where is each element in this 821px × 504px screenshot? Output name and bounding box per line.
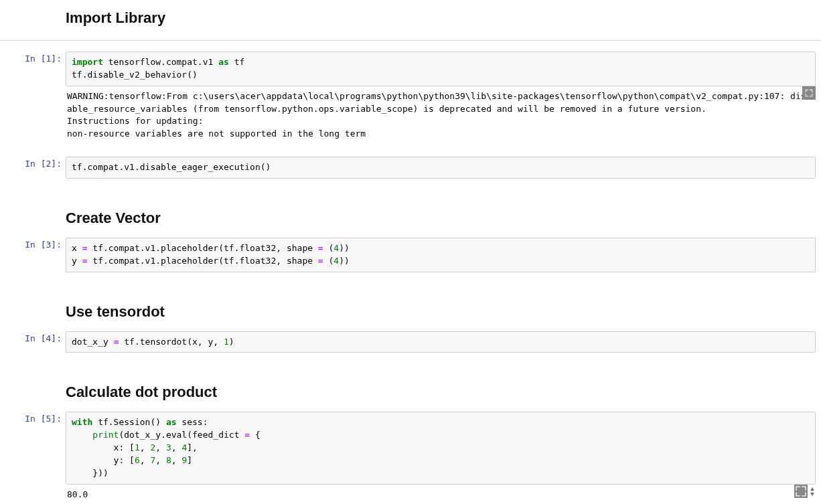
code-input-4[interactable]: dot_x_y = tf.tensordot(x, y, 1) — [66, 331, 816, 353]
prompt-in-5: In [5]: — [0, 410, 66, 504]
expand-output-icon[interactable] — [794, 485, 808, 498]
output-scroll-widget[interactable]: ▲▼ — [794, 485, 816, 498]
markdown-cell: Use tensordot — [0, 294, 821, 330]
heading-import-library: Import Library — [66, 9, 816, 27]
prompt-in-1: In [1]: — [0, 50, 66, 146]
code-input-3[interactable]: x = tf.compat.v1.placeholder(tf.float32,… — [66, 238, 816, 272]
prompt-in-3: In [3]: — [0, 236, 66, 274]
code-input-2[interactable]: tf.compat.v1.disable_eager_execution() — [66, 157, 816, 179]
notebook: Import Library In [1]: import tensorflow… — [0, 0, 821, 504]
markdown-cell: Create Vector — [0, 200, 821, 236]
keyword-import: import — [72, 57, 103, 67]
prompt-in-4: In [4]: — [0, 330, 66, 355]
output-1: WARNING:tensorflow:From c:\users\acer\ap… — [66, 86, 816, 145]
output-text-5: 80.0 — [67, 489, 88, 499]
code-input-1[interactable]: import tensorflow.compat.v1 as tf tf.dis… — [66, 52, 816, 86]
markdown-cell: Import Library — [0, 0, 821, 36]
code-cell-1: In [1]: import tensorflow.compat.v1 as t… — [0, 50, 821, 146]
updown-arrows-icon[interactable]: ▲▼ — [808, 486, 816, 497]
heading-use-tensordot: Use tensordot — [66, 303, 816, 321]
expand-output-icon[interactable] — [802, 86, 816, 100]
code-cell-5: In [5]: with tf.Session() as sess: print… — [0, 410, 821, 504]
code-cell-4: In [4]: dot_x_y = tf.tensordot(x, y, 1) — [0, 330, 821, 355]
code-cell-3: In [3]: x = tf.compat.v1.placeholder(tf.… — [0, 236, 821, 274]
output-5: 80.0▲▼ — [66, 485, 816, 504]
heading-create-vector: Create Vector — [66, 209, 816, 227]
code-input-5[interactable]: with tf.Session() as sess: print(dot_x_y… — [66, 412, 816, 484]
prompt-in-2: In [2]: — [0, 155, 66, 180]
markdown-cell: Calculate dot product — [0, 374, 821, 410]
keyword-as: as — [218, 57, 229, 67]
output-text-1: WARNING:tensorflow:From c:\users\acer\ap… — [67, 91, 806, 139]
builtin-print: print — [92, 430, 119, 440]
heading-calc-dot: Calculate dot product — [66, 384, 816, 401]
code-cell-2: In [2]: tf.compat.v1.disable_eager_execu… — [0, 155, 821, 180]
prompt-empty — [0, 0, 66, 36]
